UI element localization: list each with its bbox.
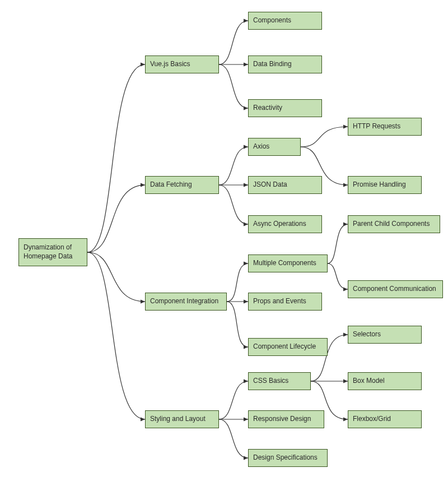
- node-label: Multiple Components: [253, 259, 316, 268]
- node-label: Data Fetching: [150, 180, 192, 189]
- node-label: Component Lifecycle: [253, 342, 316, 351]
- node-label: HTTP Requests: [353, 122, 400, 131]
- node-components: Components: [248, 12, 322, 30]
- node-parentchild: Parent Child Components: [348, 215, 440, 233]
- node-label: Styling and Layout: [150, 415, 206, 424]
- node-label: Props and Events: [253, 297, 306, 306]
- node-reactivity: Reactivity: [248, 99, 322, 117]
- node-promise: Promise Handling: [348, 176, 422, 194]
- node-json: JSON Data: [248, 176, 322, 194]
- node-selectors: Selectors: [348, 326, 422, 344]
- diagram-canvas: Dynamization ofHomepage Data Vue.js Basi…: [0, 0, 448, 486]
- node-label: Components: [253, 16, 291, 25]
- node-respdesign: Responsive Design: [248, 410, 324, 428]
- node-async: Async Operations: [248, 215, 322, 233]
- node-label: Flexbox/Grid: [353, 415, 391, 424]
- node-label: Dynamization ofHomepage Data: [24, 243, 72, 261]
- node-label: Component Communication: [353, 285, 436, 294]
- node-root: Dynamization ofHomepage Data: [18, 238, 87, 266]
- node-label: JSON Data: [253, 180, 287, 189]
- node-databind: Data Binding: [248, 55, 322, 73]
- node-vue: Vue.js Basics: [145, 55, 219, 73]
- node-label: Parent Child Components: [353, 220, 430, 229]
- node-styling: Styling and Layout: [145, 410, 219, 428]
- node-datafetch: Data Fetching: [145, 176, 219, 194]
- node-cssbasics: CSS Basics: [248, 372, 311, 390]
- node-label: Box Model: [353, 377, 385, 386]
- node-propsevt: Props and Events: [248, 293, 322, 311]
- node-label: Responsive Design: [253, 415, 311, 424]
- node-boxmodel: Box Model: [348, 372, 422, 390]
- node-label: Design Specifications: [253, 453, 318, 462]
- node-multicomp: Multiple Components: [248, 254, 328, 272]
- node-label: Vue.js Basics: [150, 60, 190, 69]
- node-complife: Component Lifecycle: [248, 338, 328, 356]
- node-label: Selectors: [353, 330, 381, 339]
- node-label: CSS Basics: [253, 377, 288, 386]
- node-compint: Component Integration: [145, 293, 227, 311]
- node-compcomm: Component Communication: [348, 280, 443, 298]
- node-label: Async Operations: [253, 220, 306, 229]
- node-httpreq: HTTP Requests: [348, 118, 422, 136]
- node-label: Axios: [253, 142, 269, 151]
- node-label: Promise Handling: [353, 180, 406, 189]
- node-label: Reactivity: [253, 104, 282, 113]
- node-label: Component Integration: [150, 297, 218, 306]
- node-axios: Axios: [248, 138, 301, 156]
- node-flexgrid: Flexbox/Grid: [348, 410, 422, 428]
- node-label: Data Binding: [253, 60, 292, 69]
- node-designspec: Design Specifications: [248, 449, 328, 467]
